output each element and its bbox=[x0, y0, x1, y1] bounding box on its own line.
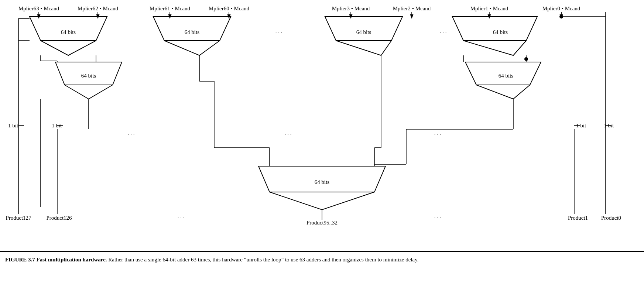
adder-final-label: 64 bits bbox=[315, 179, 330, 185]
adder-a1-label: 64 bits bbox=[61, 29, 76, 35]
dots-mid-left: · · · bbox=[128, 132, 135, 138]
dots-top-1: · · · bbox=[275, 29, 282, 35]
caption-body: Rather than use a single 64-bit adder 63… bbox=[108, 257, 418, 263]
adder-d1 bbox=[452, 17, 537, 41]
dots-mid-right: · · · bbox=[434, 132, 441, 138]
label-mplier62: Mplier62 • Mcand bbox=[78, 6, 119, 11]
adder-d1-label: 64 bits bbox=[493, 29, 508, 35]
adder-a2-label: 64 bits bbox=[81, 73, 96, 79]
adder-c1 bbox=[325, 17, 402, 41]
diagram-area: text { font-family: 'Times New Roman', T… bbox=[0, 0, 644, 251]
dots-bottom-right: · · · bbox=[434, 215, 441, 221]
dots-mid-center: · · · bbox=[285, 132, 292, 138]
label-1bit-left1: 1 bit bbox=[8, 123, 18, 128]
caption-title: Fast multiplication hardware. bbox=[37, 257, 107, 263]
label-product9532: Product95..32 bbox=[306, 220, 338, 226]
label-mplier1: Mplier1 • Mcand bbox=[470, 6, 508, 11]
adder-c1-label: 64 bits bbox=[356, 29, 371, 35]
label-product127: Product127 bbox=[6, 215, 31, 221]
dots-top-2: · · · bbox=[440, 29, 447, 35]
adder-a1 bbox=[30, 17, 107, 41]
label-mplier2: Mplier2 • Mcand bbox=[393, 6, 431, 11]
label-mplier0: Mplier0 • Mcand bbox=[542, 6, 580, 11]
adder-b1 bbox=[153, 17, 231, 41]
label-product1: Product1 bbox=[568, 215, 588, 221]
dots-bottom-left: · · · bbox=[178, 215, 185, 221]
figure-label: FIGURE 3.7 bbox=[5, 257, 35, 263]
label-mplier60: Mplier60 • Mcand bbox=[209, 6, 250, 11]
label-mplier3: Mplier3 • Mcand bbox=[332, 6, 370, 11]
label-product126: Product126 bbox=[46, 215, 72, 221]
figure-caption: FIGURE 3.7 Fast multiplication hardware.… bbox=[0, 251, 644, 288]
label-mplier61: Mplier61 • Mcand bbox=[150, 6, 191, 11]
adder-d2-label: 64 bits bbox=[499, 73, 514, 79]
label-product0: Product0 bbox=[601, 215, 621, 221]
label-mplier63: Mplier63 • Mcand bbox=[18, 6, 59, 11]
adder-b1-label: 64 bits bbox=[185, 29, 200, 35]
